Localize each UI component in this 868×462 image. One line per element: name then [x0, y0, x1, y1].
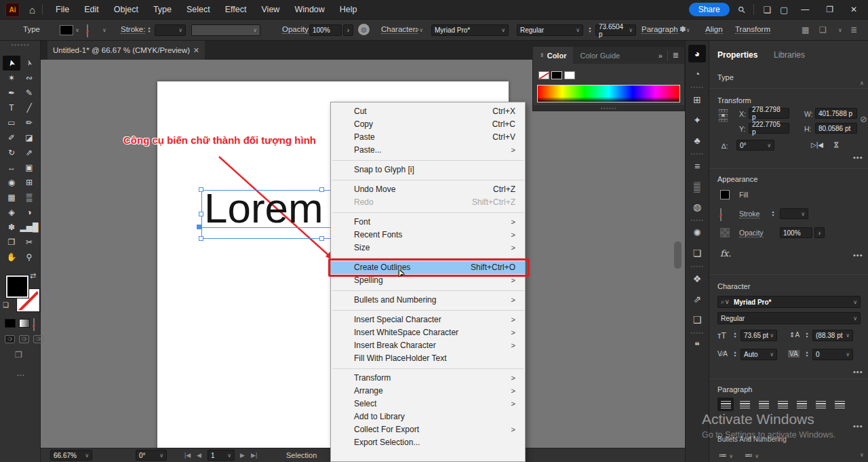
menu-effect[interactable]: Effect [218, 5, 254, 14]
align-left-button[interactable] [717, 398, 734, 411]
selection-handle[interactable] [199, 187, 203, 192]
tab-close-icon[interactable]: ✕ [193, 46, 199, 55]
stroke-panel-icon[interactable]: ≡ [688, 157, 706, 175]
menu-item-add-to-library[interactable]: Add to Library [331, 410, 525, 423]
x-field[interactable]: 278.2798 p [749, 108, 789, 119]
magic-wand-tool[interactable]: ✶ [3, 71, 20, 85]
menu-item-undo-move[interactable]: Undo MoveCtrl+Z [331, 183, 525, 196]
drag-handle[interactable]: ●●●●● [690, 330, 704, 335]
column-graph-tool[interactable]: ▂▅█ [20, 220, 38, 235]
font-family-field[interactable]: ⌕∨ Myriad Pro* ∨ [717, 296, 861, 308]
layers-panel-icon[interactable]: ❖ [688, 270, 706, 288]
h-field[interactable]: 80.0586 pt [815, 123, 857, 134]
fx-button[interactable]: fx. [720, 248, 731, 258]
restore-button[interactable]: ❐ [822, 5, 837, 14]
menu-select[interactable]: Select [179, 5, 218, 14]
close-button[interactable]: ✕ [846, 5, 861, 14]
minimize-button[interactable]: — [797, 5, 813, 14]
draw-behind-icon[interactable]: ❍ [19, 335, 29, 343]
font-size-stepper[interactable]: ▲▼ [587, 26, 593, 33]
document-tab[interactable]: Untitled-1* @ 66.67 % (CMYK/Preview) ✕ [47, 41, 205, 60]
opacity-label[interactable]: Opacity: [282, 25, 311, 34]
pen-tool[interactable]: ✒ [3, 85, 20, 100]
selection-handle[interactable] [319, 236, 324, 241]
shape-builder-tool[interactable]: ◉ [3, 175, 20, 190]
drag-handle[interactable]: ●●●●● [690, 263, 704, 269]
app-logo-icon[interactable]: Ai [5, 3, 20, 17]
workspace-grid-icon[interactable]: ▦ [802, 25, 809, 35]
stroke-width-stepper[interactable]: ▲▼ [770, 210, 776, 217]
font-style-field[interactable]: Regular∨ [517, 24, 583, 36]
drag-handle[interactable]: ●●●●●● [0, 43, 41, 47]
selection-tool[interactable]: ➤ [3, 56, 20, 71]
bullet-list-icon[interactable]: ≔ ∨ [719, 450, 733, 460]
menu-item-font[interactable]: Font> [331, 216, 525, 229]
opacity-link-label[interactable]: Opacity [739, 229, 764, 237]
menu-item-copy[interactable]: CopyCtrl+C [331, 118, 525, 131]
leading-stepper[interactable]: ▲▼ [804, 332, 810, 339]
blend-tool[interactable]: ◑ [20, 205, 38, 220]
menu-item-insert-whitespace-character[interactable]: Insert WhiteSpace Character> [331, 326, 525, 339]
lasso-tool[interactable]: ∾ [20, 71, 38, 85]
chevron-down-icon[interactable]: ∨ [75, 27, 79, 33]
tab-properties[interactable]: Properties [717, 50, 757, 60]
menu-item-paste[interactable]: Paste...> [331, 144, 525, 157]
stroke-link-label[interactable]: Stroke [739, 210, 760, 218]
tab-color-guide[interactable]: Color Guide [573, 47, 627, 64]
black-swatch[interactable] [551, 71, 562, 79]
swap-fill-stroke-icon[interactable]: ⇄ [30, 271, 36, 280]
scroll-down-icon[interactable]: ∨ [860, 452, 864, 458]
font-size-stepper[interactable]: ▲▼ [732, 332, 738, 339]
dock-panel-icon[interactable]: ❏ [819, 25, 827, 35]
opacity-more-button[interactable]: › [343, 24, 353, 36]
color-spectrum-bar[interactable] [537, 85, 680, 102]
paragraph-composer-icon[interactable]: ✽∨ [679, 24, 690, 34]
y-field[interactable]: 222.7705 p [749, 123, 789, 134]
color-guide-panel-icon[interactable]: ◔ [688, 65, 706, 83]
drag-handle[interactable]: ●●●●● [690, 217, 704, 223]
artboard-number-field[interactable]: 1∨ [208, 450, 235, 461]
opacity-field[interactable]: 100% [780, 227, 812, 238]
color-panel-icon[interactable]: ◕ [688, 45, 706, 62]
fill-color-indicator[interactable] [6, 275, 28, 298]
justify-all-button[interactable] [831, 398, 848, 411]
mesh-tool[interactable]: ▦ [3, 190, 20, 205]
selection-handle[interactable] [319, 187, 324, 192]
arrange-documents-icon[interactable]: ❏ [763, 5, 771, 15]
paragraph-label[interactable]: Paragraph [642, 25, 678, 34]
opacity-field[interactable]: 100% [309, 24, 342, 36]
graphic-styles-panel-icon[interactable]: ❏ [688, 244, 706, 262]
stroke-width-field[interactable]: ∨ [780, 208, 808, 219]
gradient-tool[interactable]: ▒ [20, 190, 38, 205]
symbol-sprayer-tool[interactable]: ✽ [3, 220, 20, 235]
menu-item-bullets-and-numbering[interactable]: Bullets and Numbering> [331, 294, 525, 307]
more-options-icon[interactable]: ••• [853, 153, 863, 161]
previous-artboard-icon[interactable]: ◀ [197, 452, 201, 459]
menu-item-insert-break-character[interactable]: Insert Break Character> [331, 339, 525, 352]
comments-panel-icon[interactable]: ❝ [688, 336, 706, 354]
kerning-field[interactable]: Auto∨ [741, 349, 777, 360]
stroke-swatch[interactable] [720, 208, 722, 221]
justify-last-center-button[interactable] [793, 398, 810, 411]
screen-mode-icon[interactable]: ❐ [15, 350, 22, 360]
white-swatch[interactable] [564, 71, 575, 79]
menu-edit[interactable]: Edit [77, 5, 106, 14]
stroke-color-swatch[interactable] [87, 24, 88, 37]
kerning-stepper[interactable]: ▲▼ [732, 351, 738, 358]
asset-export-panel-icon[interactable]: ❑ [688, 311, 706, 328]
drag-handle[interactable]: ●●●●●● [533, 105, 684, 111]
align-right-button[interactable] [755, 398, 772, 411]
rectangle-tool[interactable]: ▭ [3, 115, 20, 130]
menu-item-arrange[interactable]: Arrange> [331, 385, 525, 398]
transparency-panel-icon[interactable]: ◍ [688, 198, 706, 216]
expand-panel-icon[interactable]: » [658, 52, 663, 60]
gradient-mode-button[interactable] [19, 319, 30, 328]
type-tool[interactable]: T [3, 100, 20, 115]
brushes-panel-icon[interactable]: ✦ [688, 111, 706, 129]
hand-tool[interactable]: ✋ [3, 250, 20, 265]
symbols-panel-icon[interactable]: ♣ [688, 132, 706, 149]
reference-point-selector[interactable]: □□□□■□□□□ [719, 109, 728, 123]
leading-field[interactable]: (88.38 pt∨ [812, 330, 853, 341]
free-transform-tool[interactable]: ▣ [20, 160, 38, 175]
drag-handle[interactable]: ●●●●● [690, 151, 704, 156]
